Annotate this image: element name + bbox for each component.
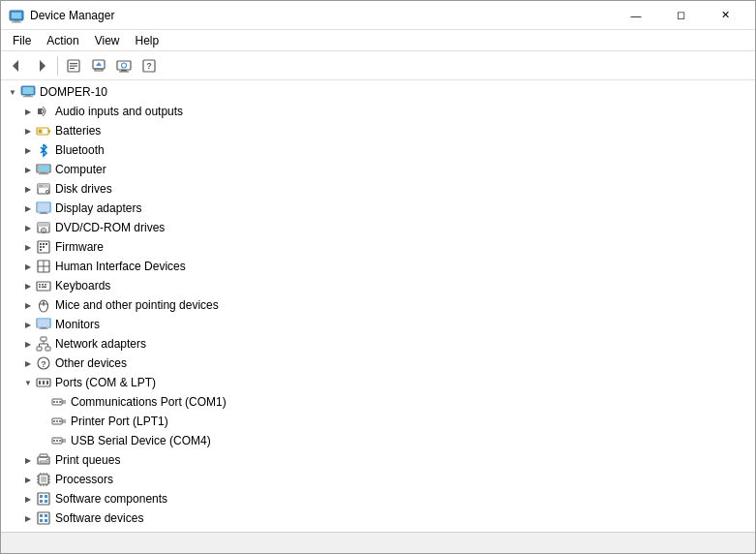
ports-icon [36, 375, 51, 390]
back-button[interactable] [5, 54, 28, 77]
tree-item-root[interactable]: DOMPER-10 [1, 82, 755, 102]
tree-item-monitors-label: Monitors [55, 318, 100, 331]
svg-rect-65 [41, 327, 46, 328]
expander-print[interactable] [20, 452, 36, 468]
tree-item-softcomp[interactable]: Software components [1, 489, 755, 508]
close-button[interactable]: ✕ [703, 1, 747, 30]
expander-monitors[interactable] [20, 317, 36, 332]
menu-action[interactable]: Action [39, 32, 86, 49]
tree-item-firmware[interactable]: Firmware [1, 237, 755, 257]
tree-item-disk[interactable]: Disk drives [1, 179, 755, 199]
menu-view[interactable]: View [87, 32, 128, 49]
tree-item-processors[interactable]: Processors [1, 470, 755, 489]
expander-bluetooth[interactable] [20, 142, 36, 158]
maximize-button[interactable]: ◻ [658, 1, 703, 30]
svg-rect-121 [38, 512, 49, 524]
svg-rect-99 [40, 454, 47, 457]
tree-item-com4[interactable]: USB Serial Device (COM4) [1, 431, 755, 450]
properties-button[interactable] [62, 54, 85, 77]
menubar: File Action View Help [1, 30, 755, 51]
svg-rect-124 [40, 519, 43, 522]
scan-button[interactable] [112, 54, 136, 77]
tree-item-bluetooth[interactable]: Bluetooth [1, 140, 755, 160]
title-bar: Device Manager — ◻ ✕ [1, 1, 755, 30]
expander-other[interactable] [20, 355, 36, 371]
svg-point-42 [43, 230, 45, 231]
menu-file[interactable]: File [5, 32, 39, 49]
tree-item-network-label: Network adapters [55, 337, 146, 351]
network-icon [36, 336, 51, 352]
tree-item-disk-label: Disk drives [55, 182, 112, 196]
expander-firmware[interactable] [20, 239, 36, 255]
expander-softdev[interactable] [20, 510, 36, 526]
svg-point-96 [56, 440, 58, 442]
svg-rect-118 [45, 495, 47, 498]
svg-rect-78 [43, 381, 45, 385]
tree-item-dvd[interactable]: DVD/CD-ROM drives [1, 218, 755, 237]
tree-item-batteries[interactable]: Batteries [1, 121, 755, 140]
minimize-button[interactable]: — [614, 1, 658, 30]
softcomp-icon [36, 491, 51, 507]
tree-item-audio[interactable]: Audio inputs and outputs [1, 102, 755, 121]
svg-point-89 [53, 420, 55, 422]
svg-rect-57 [39, 287, 41, 289]
device-tree[interactable]: DOMPER-10 Audio inputs and outputs [1, 80, 755, 532]
tree-item-root-label: DOMPER-10 [40, 85, 107, 99]
com4-icon [51, 433, 67, 448]
tree-item-other[interactable]: ? Other devices [1, 354, 755, 373]
tree-item-ports[interactable]: Ports (COM & LPT) [1, 373, 755, 392]
svg-rect-26 [39, 130, 43, 134]
tree-item-computer[interactable]: Computer [1, 160, 755, 179]
svg-rect-48 [43, 246, 45, 248]
tree-item-hid[interactable]: Human Interface Devices [1, 257, 755, 276]
tree-item-print[interactable]: Print queues [1, 450, 755, 470]
svg-rect-58 [42, 287, 46, 289]
tree-item-com1[interactable]: Communications Port (COM1) [1, 392, 755, 412]
expander-batteries[interactable] [20, 123, 36, 138]
menu-help[interactable]: Help [128, 32, 167, 49]
svg-rect-29 [41, 172, 46, 173]
tree-item-keyboards[interactable]: Keyboards [1, 276, 755, 295]
expander-processors[interactable] [20, 472, 36, 487]
expander-audio[interactable] [20, 104, 36, 119]
expander-hid[interactable] [20, 259, 36, 274]
tree-item-softdev[interactable]: Software devices [1, 508, 755, 528]
expander-ports[interactable] [20, 375, 36, 390]
expander-dvd[interactable] [20, 220, 36, 235]
expander-mice[interactable] [20, 297, 36, 313]
tree-item-mice-label: Mice and other pointing devices [55, 298, 219, 312]
title-bar-controls: — ◻ ✕ [614, 1, 747, 30]
svg-marker-4 [13, 60, 18, 72]
forward-button[interactable] [30, 54, 53, 77]
svg-rect-22 [23, 96, 33, 97]
svg-rect-40 [38, 223, 49, 227]
svg-rect-1 [12, 13, 21, 18]
dvd-icon [36, 220, 51, 235]
expander-computer[interactable] [20, 162, 36, 177]
tree-item-print-label: Print queues [55, 453, 120, 467]
svg-point-83 [53, 401, 55, 403]
update-driver-button[interactable] [87, 54, 110, 77]
expander-disk[interactable] [20, 181, 36, 197]
expander-root[interactable] [5, 84, 20, 100]
tree-item-lpt1[interactable]: Printer Port (LPT1) [1, 412, 755, 431]
tree-item-monitors[interactable]: Monitors [1, 315, 755, 334]
tree-item-mice[interactable]: Mice and other pointing devices [1, 295, 755, 315]
svg-point-85 [59, 401, 61, 403]
tree-item-display[interactable]: Display adapters [1, 199, 755, 218]
svg-rect-69 [45, 347, 50, 351]
svg-point-16 [122, 63, 127, 68]
expander-network[interactable] [20, 336, 36, 352]
svg-rect-7 [70, 63, 77, 64]
svg-rect-38 [40, 213, 48, 214]
expander-display[interactable] [20, 200, 36, 216]
svg-rect-103 [41, 477, 46, 482]
tree-item-network[interactable]: Network adapters [1, 334, 755, 354]
computer-icon [20, 84, 36, 100]
svg-rect-55 [42, 284, 44, 286]
expander-softcomp[interactable] [20, 491, 36, 507]
expander-keyboards[interactable] [20, 278, 36, 293]
bluetooth-icon [36, 142, 51, 158]
firmware-icon [36, 239, 51, 255]
help-button[interactable]: ? [137, 54, 161, 77]
